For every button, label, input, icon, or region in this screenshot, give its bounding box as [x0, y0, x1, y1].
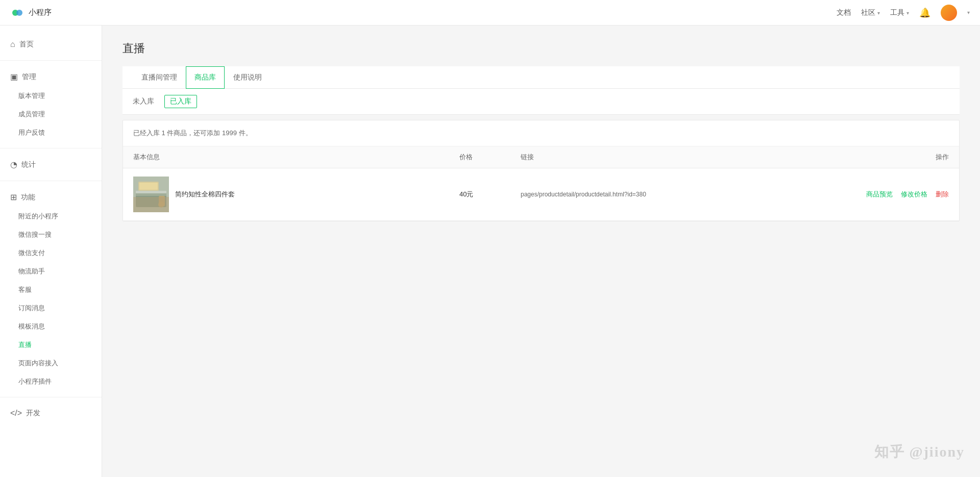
- tab-product-library[interactable]: 商品库: [186, 66, 225, 89]
- svg-rect-5: [136, 191, 166, 193]
- sidebar-item-page-content[interactable]: 页面内容接入: [0, 354, 102, 372]
- sidebar-item-member[interactable]: 成员管理: [0, 105, 102, 123]
- product-image: [133, 177, 169, 212]
- content-panel: 已经入库 1 件商品，还可添加 1999 件。 基本信息 价格 链接 操作: [122, 120, 960, 221]
- notification-icon[interactable]: 🔔: [919, 7, 930, 18]
- logo[interactable]: 小程序: [10, 6, 52, 20]
- sidebar-item-feedback[interactable]: 用户反馈: [0, 123, 102, 142]
- svg-point-1: [16, 10, 22, 16]
- col-basic-info: 基本信息: [133, 153, 459, 162]
- home-icon: ⌂: [10, 40, 15, 49]
- action-delete[interactable]: 删除: [936, 190, 949, 199]
- table-header: 基本信息 价格 链接 操作: [123, 146, 959, 168]
- product-img-inner: [133, 177, 169, 212]
- sidebar-item-home[interactable]: ⌂ 首页: [0, 35, 102, 54]
- sidebar-item-live[interactable]: 直播: [0, 336, 102, 354]
- layout: ⌂ 首页 ▣ 管理 版本管理 成员管理 用户反馈 ◔ 统计 ⊞ 功能: [0, 26, 980, 477]
- page-title: 直播: [122, 41, 960, 56]
- col-actions: 操作: [847, 153, 949, 162]
- community-menu[interactable]: 社区 ▾: [861, 8, 880, 17]
- function-icon: ⊞: [10, 192, 17, 202]
- svg-point-8: [158, 202, 164, 208]
- svg-rect-9: [159, 196, 165, 206]
- table-row: 简约知性全棉四件套 40元 pages/productdetail/produc…: [123, 168, 959, 221]
- sidebar-manage-header[interactable]: ▣ 管理: [0, 67, 102, 87]
- sidebar-function-header[interactable]: ⊞ 功能: [0, 187, 102, 207]
- tab-live-room[interactable]: 直播间管理: [133, 66, 186, 89]
- main-content: 直播 直播间管理 商品库 使用说明 未入库 已入库 已经入库 1 件商品，还可添…: [102, 26, 980, 477]
- sub-tab-in-stock[interactable]: 已入库: [164, 95, 197, 108]
- sidebar-section-function: ⊞ 功能 附近的小程序 微信搜一搜 微信支付 物流助手 客服 订阅消息 模板消息…: [0, 183, 102, 395]
- divider-4: [0, 397, 102, 397]
- sidebar: ⌂ 首页 ▣ 管理 版本管理 成员管理 用户反馈 ◔ 统计 ⊞ 功能: [0, 26, 102, 477]
- sub-tabs: 未入库 已入库: [122, 89, 960, 115]
- action-preview[interactable]: 商品预览: [866, 190, 893, 199]
- doc-link[interactable]: 文档: [837, 8, 851, 17]
- sidebar-item-weixin-search[interactable]: 微信搜一搜: [0, 225, 102, 244]
- user-arrow: ▾: [967, 10, 970, 15]
- sidebar-item-order-msg[interactable]: 订阅消息: [0, 299, 102, 317]
- sidebar-item-template-msg[interactable]: 模板消息: [0, 317, 102, 336]
- sidebar-item-logistics[interactable]: 物流助手: [0, 262, 102, 281]
- sidebar-stats-header[interactable]: ◔ 统计: [0, 155, 102, 174]
- product-link: pages/productdetail/productdetail.html?i…: [521, 191, 847, 198]
- info-text: 已经入库 1 件商品，还可添加 1999 件。: [123, 120, 959, 146]
- sub-tab-not-in[interactable]: 未入库: [133, 95, 154, 108]
- sidebar-section-home: ⌂ 首页: [0, 31, 102, 58]
- topnav: 小程序 文档 社区 ▾ 工具 ▾ 🔔 ▾: [0, 0, 980, 26]
- product-price: 40元: [459, 190, 521, 199]
- divider-1: [0, 60, 102, 61]
- sidebar-item-customer[interactable]: 客服: [0, 281, 102, 299]
- sidebar-item-weixin-pay[interactable]: 微信支付: [0, 244, 102, 262]
- svg-rect-7: [139, 183, 158, 190]
- main-tabs: 直播间管理 商品库 使用说明: [122, 66, 960, 89]
- avatar[interactable]: [941, 5, 957, 21]
- tools-menu[interactable]: 工具 ▾: [890, 8, 909, 17]
- manage-icon: ▣: [10, 72, 18, 82]
- sidebar-dev-header[interactable]: </> 开发: [0, 404, 102, 423]
- topnav-right: 文档 社区 ▾ 工具 ▾ 🔔 ▾: [837, 5, 970, 21]
- sidebar-item-version[interactable]: 版本管理: [0, 87, 102, 105]
- actions-cell: 商品预览 修改价格 删除: [847, 190, 949, 199]
- tab-instructions[interactable]: 使用说明: [225, 66, 271, 89]
- divider-3: [0, 181, 102, 181]
- col-price: 价格: [459, 153, 521, 162]
- sidebar-section-dev: </> 开发: [0, 399, 102, 427]
- community-arrow: ▾: [877, 10, 880, 16]
- sidebar-section-manage: ▣ 管理 版本管理 成员管理 用户反馈: [0, 63, 102, 146]
- product-name: 简约知性全棉四件套: [175, 190, 235, 199]
- divider-2: [0, 148, 102, 148]
- logo-icon: [10, 6, 24, 20]
- logo-text: 小程序: [29, 8, 52, 17]
- sidebar-section-stats: ◔ 统计: [0, 150, 102, 179]
- col-link: 链接: [521, 153, 847, 162]
- action-modify-price[interactable]: 修改价格: [901, 190, 927, 199]
- product-img-svg: [133, 177, 169, 212]
- sidebar-item-nearby[interactable]: 附近的小程序: [0, 207, 102, 225]
- stats-icon: ◔: [10, 160, 17, 169]
- dev-icon: </>: [10, 409, 22, 418]
- product-info: 简约知性全棉四件套: [133, 177, 459, 212]
- tools-arrow: ▾: [906, 10, 909, 16]
- sidebar-item-plugin[interactable]: 小程序插件: [0, 372, 102, 391]
